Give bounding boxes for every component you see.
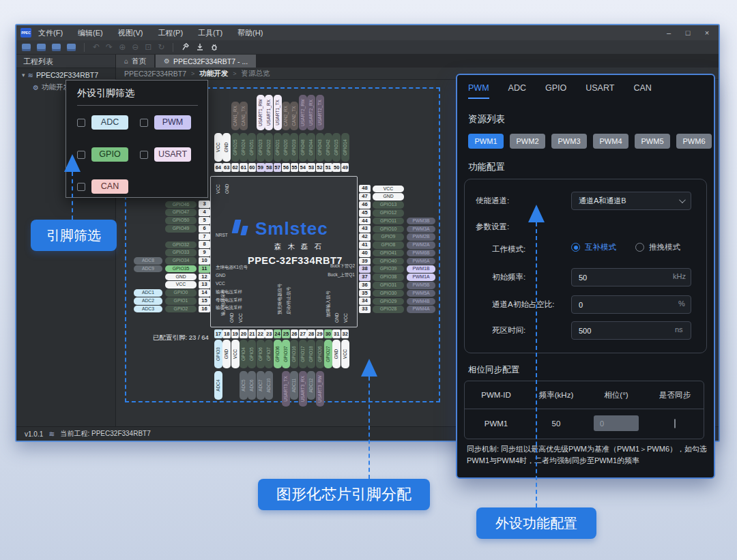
pin-main-pill[interactable]: GPIO44 — [307, 133, 315, 162]
pin-alt-pill[interactable]: PWM4B — [407, 298, 435, 306]
caret-down-icon[interactable]: ▾ — [22, 72, 25, 78]
pin-alt-pill[interactable]: USART1_RX — [265, 95, 273, 130]
minimize-button[interactable]: – — [664, 29, 674, 37]
pin-main-pill[interactable]: GPIO20 — [282, 133, 290, 162]
pin-main-pill[interactable]: GPIO36 — [274, 340, 282, 368]
pin-main-pill[interactable]: GPIO42 — [324, 133, 332, 162]
pin-main-pill[interactable]: GPIO9 — [373, 233, 404, 241]
pin-alt-pill[interactable]: PWM3A — [407, 226, 435, 233]
fit-view-icon[interactable]: ⊡ — [145, 43, 151, 51]
zoom-out-icon[interactable]: ⊖ — [132, 43, 139, 51]
menu-item[interactable]: 帮助(H) — [237, 28, 263, 38]
pin-alt-pill[interactable]: PWM6A — [407, 258, 435, 265]
pin-main-pill[interactable]: GPIO24 — [240, 133, 248, 162]
pin-main-pill[interactable]: GPIO35 — [165, 265, 197, 273]
pin-main-pill[interactable]: GPIO41 — [373, 250, 404, 257]
pin-alt-pill[interactable]: ADC11 — [290, 371, 298, 400]
pin-main-pill[interactable]: GPIO5 — [248, 340, 256, 368]
pin-alt-pill[interactable]: PWM5A — [407, 290, 435, 297]
pin-main-pill[interactable]: GPIO15 — [332, 133, 341, 162]
resource-button-pwm2[interactable]: PWM2 — [510, 134, 545, 149]
pin-main-pill[interactable]: GPIO51 — [248, 133, 256, 162]
tab-project[interactable]: ⚙ PPEC32F334RBT7 - ... — [156, 55, 256, 68]
pin-main-pill[interactable]: GND — [222, 340, 231, 368]
pin-main-pill[interactable]: GPIO30 — [373, 290, 404, 297]
radio-selected-icon[interactable] — [571, 243, 580, 252]
menu-item[interactable]: 编辑(E) — [78, 28, 103, 38]
pin-alt-pill[interactable]: ADC10 — [265, 371, 273, 400]
pin-alt-pill[interactable]: PWM5B — [407, 282, 435, 289]
pin-alt-pill[interactable]: USART3_TX — [282, 371, 290, 407]
adc-pill[interactable]: ADC — [91, 115, 128, 130]
redo-icon[interactable]: ↷ — [106, 43, 113, 51]
pin-main-pill[interactable]: GPIO26 — [316, 340, 324, 368]
phase-input[interactable] — [594, 415, 639, 431]
pin-main-pill[interactable]: GPIO21 — [274, 133, 282, 162]
can-checkbox[interactable] — [77, 183, 85, 191]
peripheral-tab-can[interactable]: CAN — [633, 83, 651, 99]
pin-alt-pill[interactable]: PWM1B — [407, 265, 435, 273]
pin-alt-pill[interactable]: CAN2_RX — [282, 102, 290, 130]
pin-alt-pill[interactable]: ADC6 — [248, 371, 256, 400]
resource-button-pwm6[interactable]: PWM6 — [676, 134, 712, 149]
resource-button-pwm3[interactable]: PWM3 — [551, 134, 587, 149]
pin-main-pill[interactable]: GPIO2 — [165, 306, 197, 313]
pin-main-pill[interactable]: GND — [373, 193, 404, 201]
adc-checkbox[interactable] — [77, 119, 85, 127]
menu-item[interactable]: 工程(P) — [158, 28, 183, 38]
menu-item[interactable]: 文件(F) — [38, 28, 63, 38]
pin-main-pill[interactable]: GND — [332, 340, 341, 368]
can-pill[interactable]: CAN — [91, 179, 128, 194]
resource-button-pwm4[interactable]: PWM4 — [593, 134, 628, 149]
maximize-button[interactable]: □ — [683, 29, 693, 37]
pin-alt-pill[interactable]: PWM1A — [407, 274, 435, 281]
pin-main-pill[interactable]: GPIO16 — [290, 340, 298, 368]
pin-main-pill[interactable]: GPIO38 — [373, 274, 404, 281]
mode-complementary-option[interactable]: 互补模式 — [571, 242, 616, 252]
open-project-icon[interactable] — [37, 44, 46, 51]
peripheral-tab-pwm[interactable]: PWM — [468, 83, 489, 99]
pin-main-pill[interactable]: GPIO48 — [299, 133, 307, 162]
breadcrumb-project[interactable]: PPEC32F334RBT7 — [124, 70, 186, 78]
pin-alt-pill[interactable]: PWM2A — [407, 241, 435, 249]
pin-alt-pill[interactable]: PWM3B — [407, 218, 435, 225]
pin-alt-pill[interactable]: USART3_RW — [316, 371, 324, 407]
pin-alt-pill[interactable]: ADC7 — [257, 371, 265, 400]
usart-checkbox[interactable] — [140, 151, 148, 159]
pin-main-pill[interactable]: GPIO37 — [282, 340, 290, 368]
breadcrumb-resource-overview[interactable]: 资源总览 — [242, 69, 270, 78]
mode-pushpull-option[interactable]: 推挽模式 — [635, 242, 680, 252]
pin-alt-pill[interactable]: ADC4 — [214, 371, 222, 400]
pin-main-pill[interactable]: GPIO43 — [316, 133, 324, 162]
pin-alt-pill[interactable]: CAN1_TX — [240, 102, 248, 130]
pin-main-pill[interactable]: GPIO40 — [373, 258, 404, 265]
resource-button-pwm5[interactable]: PWM5 — [635, 134, 670, 149]
resource-button-pwm1[interactable]: PWM1 — [468, 134, 504, 149]
pin-alt-pill[interactable]: ADC5 — [240, 371, 248, 400]
pin-main-pill[interactable]: GPIO46 — [165, 201, 197, 209]
new-file-icon[interactable] — [22, 44, 31, 51]
pwm-pill[interactable]: PWM — [154, 115, 191, 130]
refresh-icon[interactable]: ↻ — [158, 43, 164, 51]
save-all-icon[interactable] — [67, 44, 76, 51]
pin-alt-pill[interactable]: USART1_RW — [257, 95, 265, 130]
pin-main-pill[interactable]: GPIO33 — [165, 249, 197, 256]
tab-home[interactable]: ⌂ 首页 — [116, 55, 154, 68]
close-button[interactable]: × — [702, 29, 712, 37]
undo-icon[interactable]: ↶ — [93, 43, 100, 51]
pin-main-pill[interactable]: GND — [165, 274, 197, 281]
pin-alt-pill[interactable]: ADC3 — [134, 306, 162, 313]
pin-alt-pill[interactable]: CAN1_RX — [231, 102, 240, 130]
duty-input[interactable] — [571, 295, 691, 314]
pin-main-pill[interactable]: GPIO12 — [373, 209, 404, 217]
pin-main-pill[interactable]: GPIO6 — [257, 340, 265, 368]
pin-main-pill[interactable]: GPIO27 — [324, 340, 332, 368]
pin-main-pill[interactable]: GPIO32 — [165, 241, 197, 249]
zoom-in-icon[interactable]: ⊕ — [119, 43, 126, 51]
usart-pill[interactable]: USART — [154, 147, 191, 162]
pin-alt-pill[interactable]: PWM2B — [407, 233, 435, 241]
pin-alt-pill[interactable]: ADC9 — [134, 265, 162, 273]
pin-main-pill[interactable]: GPIO7 — [265, 340, 273, 368]
pin-main-pill[interactable]: GPIO1 — [165, 297, 197, 305]
pin-alt-pill[interactable]: USART2_RX — [307, 95, 315, 130]
